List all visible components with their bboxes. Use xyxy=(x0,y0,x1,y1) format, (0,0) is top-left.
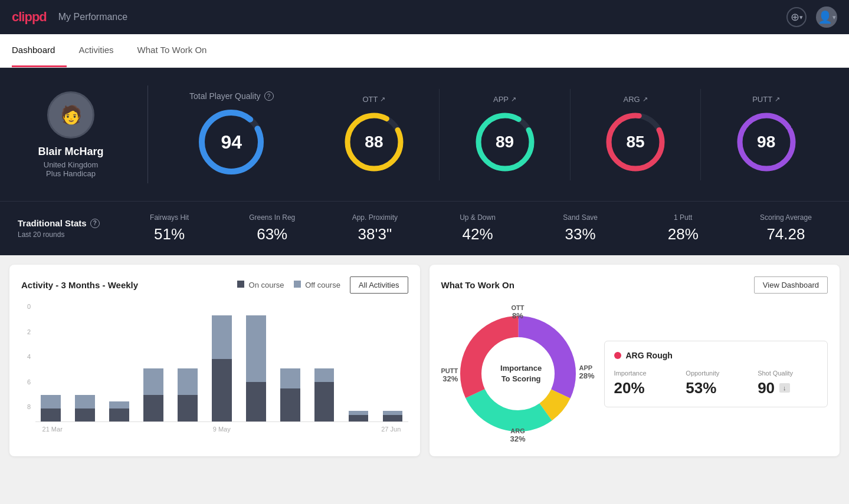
bar-group-5 xyxy=(206,315,237,421)
header-right: ⊕ ▾ 👤 ▾ xyxy=(786,6,837,28)
score-card-arg: ARG ↗ 85 xyxy=(571,89,702,180)
bar-on-0 xyxy=(41,409,61,422)
bar-on-3 xyxy=(143,395,163,421)
arg-importance: Importance 20% xyxy=(614,370,674,397)
stat-up-down: Up & Down 42% xyxy=(432,213,523,243)
bar-chart: 8 6 4 2 0 21 Mar 9 May xyxy=(21,303,408,433)
stat-1-putt: 1 Putt 28% xyxy=(638,213,729,243)
header: clippd My Performance ⊕ ▾ 👤 ▾ xyxy=(0,0,849,34)
logo-area: clippd My Performance xyxy=(12,9,127,25)
trad-stats-title: Traditional Stats ? xyxy=(18,218,112,228)
app-label: APP ↗ xyxy=(493,95,516,104)
donut-center-text: ImportanceTo Scoring xyxy=(500,363,542,384)
arg-shot-quality: Shot Quality 90 ↓ xyxy=(758,370,818,397)
bars-container xyxy=(35,315,408,422)
player-country: United Kingdom xyxy=(18,160,124,169)
bar-on-10 xyxy=(383,415,403,421)
putt-label: PUTT ↗ xyxy=(752,95,780,104)
arg-opportunity: Opportunity 53% xyxy=(686,370,746,397)
bar-group-3 xyxy=(138,315,169,421)
bar-off-4 xyxy=(178,368,198,395)
score-card-app: APP ↗ 89 xyxy=(440,89,571,180)
player-banner: 🧑 Blair McHarg United Kingdom Plus Handi… xyxy=(0,68,849,201)
on-course-dot xyxy=(237,281,244,288)
app-gauge: 89 xyxy=(473,110,537,174)
wtwon-header: What To Work On View Dashboard xyxy=(441,276,828,294)
bar-group-10 xyxy=(378,315,408,421)
player-info: 🧑 Blair McHarg United Kingdom Plus Handi… xyxy=(18,91,124,178)
donut-area: ImportanceTo Scoring OTT8% APP28% ARG32%… xyxy=(441,303,595,444)
arg-gauge: 85 xyxy=(603,110,668,174)
arg-card-dot xyxy=(614,352,621,359)
bar-on-8 xyxy=(314,382,335,422)
activity-panel: Activity - 3 Months - Weekly On course O… xyxy=(9,265,420,456)
arg-segment-label: ARG32% xyxy=(510,427,525,443)
putt-arrow: ↗ xyxy=(775,95,780,103)
bar-off-1 xyxy=(75,395,95,409)
putt-segment-label: PUTT32% xyxy=(441,367,458,383)
stat-greens-in-reg: Greens In Reg 63% xyxy=(227,213,317,243)
player-handicap: Plus Handicap xyxy=(18,169,124,178)
trad-info-icon[interactable]: ? xyxy=(90,219,100,228)
avatar[interactable]: 👤 ▾ xyxy=(816,6,837,28)
bar-group-9 xyxy=(343,315,374,421)
player-avatar: 🧑 xyxy=(47,91,94,139)
stat-sand-save: Sand Save 33% xyxy=(535,213,626,243)
arg-label: ARG ↗ xyxy=(624,95,648,104)
tab-bar: Dashboard Activities What To Work On xyxy=(0,34,849,68)
bar-on-2 xyxy=(109,409,129,422)
wtwon-content: ImportanceTo Scoring OTT8% APP28% ARG32%… xyxy=(441,303,828,444)
stat-fairways-hit: Fairways Hit 51% xyxy=(124,213,215,243)
bar-off-5 xyxy=(212,315,232,359)
bar-on-5 xyxy=(212,359,232,421)
y-axis: 8 6 4 2 0 xyxy=(21,303,31,410)
divider xyxy=(147,85,148,183)
bar-off-7 xyxy=(280,368,300,388)
bottom-panels: Activity - 3 Months - Weekly On course O… xyxy=(0,255,849,466)
bar-off-9 xyxy=(349,411,369,415)
what-to-work-on-panel: What To Work On View Dashboard xyxy=(430,265,840,456)
avatar-placeholder: 🧑 xyxy=(60,104,82,125)
chart-title: Activity - 3 Months - Weekly xyxy=(21,280,138,290)
bar-group-7 xyxy=(275,315,306,421)
total-player-quality: Total Player Quality ? 94 xyxy=(172,85,291,183)
bar-group-1 xyxy=(70,315,100,421)
player-name: Blair McHarg xyxy=(18,146,124,158)
bar-group-0 xyxy=(35,315,66,421)
trad-stats-label: Traditional Stats ? Last 20 rounds xyxy=(18,218,112,239)
ott-segment-label: OTT8% xyxy=(512,304,525,320)
bar-off-2 xyxy=(109,401,129,408)
ott-label: OTT ↗ xyxy=(362,95,385,104)
bar-group-2 xyxy=(104,315,135,421)
off-course-legend: Off course xyxy=(294,281,340,289)
view-dashboard-button[interactable]: View Dashboard xyxy=(754,276,828,294)
tab-what-to-work-on[interactable]: What To Work On xyxy=(126,34,219,67)
bar-group-4 xyxy=(172,315,203,421)
bar-on-1 xyxy=(75,409,95,422)
avatar-icon: 👤 xyxy=(818,10,832,24)
bar-group-6 xyxy=(241,315,271,421)
app-value: 89 xyxy=(496,133,514,151)
bar-on-9 xyxy=(349,415,369,421)
plus-icon: ⊕ xyxy=(791,11,799,24)
tab-activities[interactable]: Activities xyxy=(67,34,125,67)
bar-off-8 xyxy=(314,368,335,382)
all-activities-button[interactable]: All Activities xyxy=(350,276,408,294)
tpq-info-icon[interactable]: ? xyxy=(264,91,274,101)
arg-arrow: ↗ xyxy=(643,95,648,103)
shot-quality-badge: ↓ xyxy=(779,383,790,393)
tab-dashboard[interactable]: Dashboard xyxy=(12,34,67,67)
ott-arrow: ↗ xyxy=(380,95,385,103)
bar-on-4 xyxy=(178,395,198,421)
arg-value: 85 xyxy=(627,133,645,151)
bar-group-8 xyxy=(309,315,340,421)
putt-value: 98 xyxy=(757,133,775,151)
chart-header: Activity - 3 Months - Weekly On course O… xyxy=(21,276,408,294)
off-course-dot xyxy=(294,281,301,288)
bar-on-7 xyxy=(280,388,300,421)
add-button[interactable]: ⊕ ▾ xyxy=(786,7,807,27)
arg-metrics: Importance 20% Opportunity 53% Shot Qual… xyxy=(614,370,818,397)
wtwon-title: What To Work On xyxy=(441,280,514,290)
traditional-stats: Traditional Stats ? Last 20 rounds Fairw… xyxy=(0,201,849,255)
tpq-gauge: 94 xyxy=(196,107,267,177)
